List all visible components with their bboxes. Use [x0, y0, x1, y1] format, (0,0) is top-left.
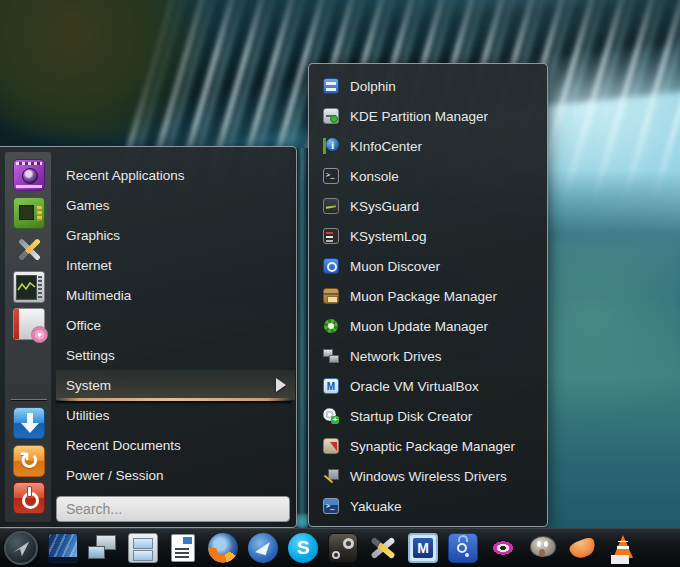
submenu-item-yakuake[interactable]: Yakuake [309, 491, 547, 521]
category-list: Recent Applications Games Graphics Inter… [56, 160, 295, 490]
submenu-item-kde-partition-manager[interactable]: KDE Partition Manager [309, 101, 547, 131]
steam-icon[interactable] [328, 533, 358, 563]
app-launcher-icon[interactable] [4, 531, 38, 565]
submenu-item-startup-disk-creator[interactable]: Startup Disk Creator [309, 401, 547, 431]
menu-item-label: Internet [66, 258, 112, 273]
crossed-tools-icon[interactable] [13, 233, 45, 265]
kde-partition-manager-icon [323, 108, 339, 124]
oscilloscope-icon[interactable] [13, 271, 45, 303]
submenu-item-label: KSysGuard [350, 199, 419, 214]
startup-disk-creator-icon [323, 408, 339, 424]
firefox-icon[interactable] [208, 533, 238, 563]
virtualbox-icon [323, 378, 339, 394]
windows-wireless-drivers-icon [323, 468, 339, 484]
strip-divider [11, 399, 47, 400]
menu-item-label: Games [66, 198, 110, 213]
submenu-item-virtualbox[interactable]: Oracle VM VirtualBox [309, 371, 547, 401]
kinfocenter-icon [323, 138, 339, 154]
submenu-item-muon-package-manager[interactable]: Muon Package Manager [309, 281, 547, 311]
submenu-item-label: Synaptic Package Manager [350, 439, 515, 454]
dolphin-icon [323, 78, 339, 94]
menu-item-label: Office [66, 318, 101, 333]
eye-icon[interactable] [488, 533, 518, 563]
restart-icon[interactable] [13, 445, 45, 477]
muon-package-manager-icon [323, 288, 339, 304]
menu-item-multimedia[interactable]: Multimedia [56, 280, 295, 310]
menu-item-label: Settings [66, 348, 115, 363]
menu-item-label: Utilities [66, 408, 110, 423]
submenu-item-label: Oracle VM VirtualBox [350, 379, 479, 394]
muon-discover-taskbar-icon[interactable] [448, 533, 478, 563]
yakuake-icon [323, 498, 339, 514]
submenu-item-label: Network Drives [350, 349, 442, 364]
skype-icon[interactable] [288, 533, 318, 563]
submenu-item-label: Muon Package Manager [350, 289, 497, 304]
search-input[interactable] [56, 496, 290, 522]
konsole-icon [323, 168, 339, 184]
submenu-item-label: Dolphin [350, 79, 396, 94]
oscilloscope-knobs [38, 276, 42, 298]
menu-item-label: Graphics [66, 228, 120, 243]
submenu-item-kinfocenter[interactable]: KInfoCenter [309, 131, 547, 161]
printer-icon[interactable] [13, 308, 45, 340]
menu-item-utilities[interactable]: Utilities [56, 400, 295, 430]
displays-icon[interactable] [88, 533, 118, 563]
download-icon[interactable] [13, 407, 45, 439]
submenu-item-label: Muon Discover [350, 259, 440, 274]
system-submenu-panel: Dolphin KDE Partition Manager KInfoCente… [308, 63, 548, 527]
ksystemlog-icon [323, 228, 339, 244]
submenu-item-muon-update-manager[interactable]: Muon Update Manager [309, 311, 547, 341]
submenu-item-label: Muon Update Manager [350, 319, 488, 334]
search-box [56, 496, 290, 522]
file-cabinet-icon[interactable] [128, 533, 158, 563]
gimp-icon[interactable] [528, 533, 558, 563]
submenu-item-label: KSystemLog [350, 229, 427, 244]
menu-item-recent-documents[interactable]: Recent Documents [56, 430, 295, 460]
application-menu-panel: Recent Applications Games Graphics Inter… [0, 146, 297, 528]
tools-icon[interactable] [368, 533, 398, 563]
submenu-item-dolphin[interactable]: Dolphin [309, 71, 547, 101]
menu-item-graphics[interactable]: Graphics [56, 220, 295, 250]
menu-item-recent-applications[interactable]: Recent Applications [56, 160, 295, 190]
virtualbox-taskbar-icon[interactable] [408, 533, 438, 563]
menu-item-label: Recent Applications [66, 168, 185, 183]
document-icon[interactable] [171, 534, 195, 562]
submenu-item-muon-discover[interactable]: Muon Discover [309, 251, 547, 281]
menu-item-system[interactable]: System [56, 370, 295, 400]
menu-item-label: System [66, 378, 111, 393]
menu-item-power-session[interactable]: Power / Session [56, 460, 295, 490]
submenu-item-label: KInfoCenter [350, 139, 422, 154]
menu-item-label: Recent Documents [66, 438, 181, 453]
muon-update-manager-icon [323, 318, 339, 334]
recent-applications-icon[interactable] [13, 159, 45, 191]
submenu-arrow-icon [276, 378, 286, 392]
menu-item-label: Power / Session [66, 468, 164, 483]
submenu-item-ksysguard[interactable]: KSysGuard [309, 191, 547, 221]
menu-item-games[interactable]: Games [56, 190, 295, 220]
submenu-item-label: KDE Partition Manager [350, 109, 488, 124]
shutdown-icon[interactable] [13, 482, 45, 514]
muon-discover-icon [323, 258, 339, 274]
menu-item-internet[interactable]: Internet [56, 250, 295, 280]
menu-item-settings[interactable]: Settings [56, 340, 295, 370]
games-icon[interactable] [13, 197, 45, 229]
menu-item-label: Multimedia [66, 288, 131, 303]
submenu-item-windows-wireless-drivers[interactable]: Windows Wireless Drivers [309, 461, 547, 491]
network-drives-icon [323, 348, 339, 364]
submenu-item-label: Konsole [350, 169, 399, 184]
submenu-item-label: Yakuake [350, 499, 402, 514]
submenu-item-ksystemlog[interactable]: KSystemLog [309, 221, 547, 251]
synaptic-icon [323, 438, 339, 454]
menu-item-office[interactable]: Office [56, 310, 295, 340]
submenu-item-synaptic[interactable]: Synaptic Package Manager [309, 431, 547, 461]
thunderbird-icon[interactable] [248, 533, 278, 563]
clementine-icon[interactable] [568, 533, 598, 563]
vlc-icon[interactable] [608, 533, 638, 563]
submenu-item-label: Startup Disk Creator [350, 409, 472, 424]
submenu-item-konsole[interactable]: Konsole [309, 161, 547, 191]
submenu-item-network-drives[interactable]: Network Drives [309, 341, 547, 371]
submenu-item-label: Windows Wireless Drivers [350, 469, 507, 484]
ksysguard-icon [323, 198, 339, 214]
desktop-icon[interactable] [48, 533, 78, 563]
wallpaper-gap-streak [295, 148, 309, 528]
